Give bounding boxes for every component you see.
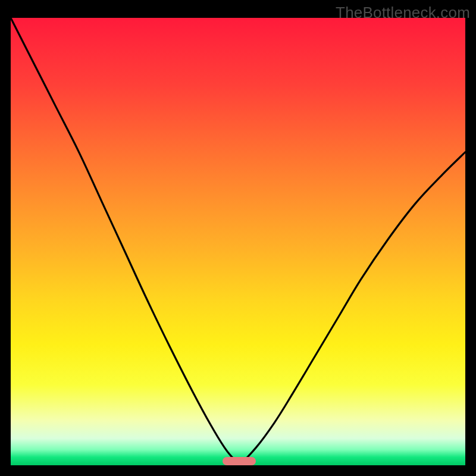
chart-frame: TheBottleneck.com [0,0,476,476]
optimal-marker [223,457,256,465]
plot-area [11,18,465,465]
watermark-text: TheBottleneck.com [336,4,470,22]
